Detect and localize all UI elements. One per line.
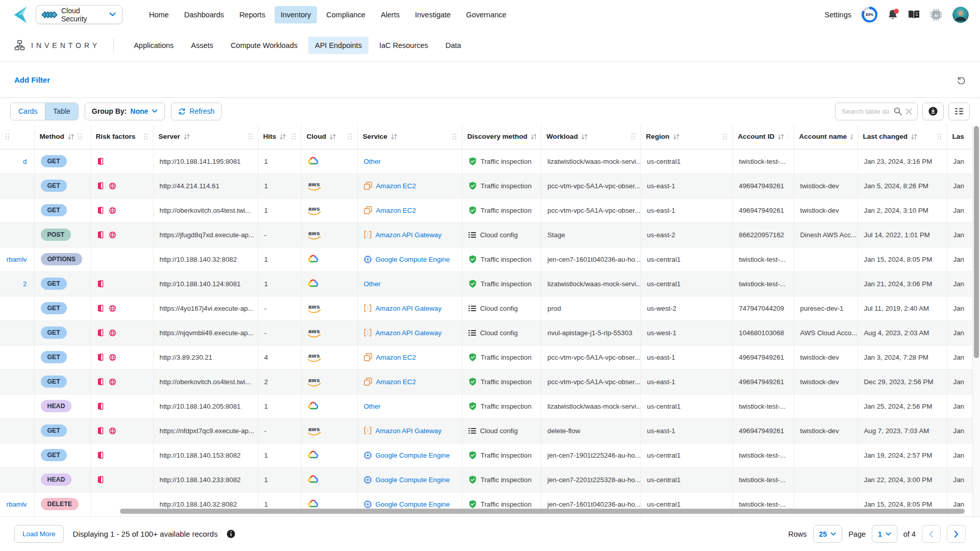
service-link[interactable]: Other [364, 403, 381, 410]
drag-handle-icon[interactable] [143, 133, 148, 140]
drag-handle-icon[interactable] [248, 133, 253, 140]
service-link[interactable]: Other [364, 158, 381, 165]
search-icon[interactable] [894, 107, 902, 115]
tab-compute-workloads[interactable]: Compute Workloads [224, 37, 304, 54]
table-row[interactable]: dGEThttp://10.188.141.195:80811OtherTraf… [0, 149, 972, 173]
table-row[interactable]: GEThttp://oberkovitch.os4test.twi...1aws… [0, 198, 972, 222]
rows-per-page-select[interactable]: 25 [813, 525, 843, 543]
endpoint-link[interactable]: rbamlv [7, 500, 27, 508]
drag-handle-icon[interactable] [348, 133, 352, 140]
reset-filters-icon[interactable] [957, 76, 966, 84]
service-link[interactable]: Amazon EC2 [376, 378, 416, 386]
service-link[interactable]: Amazon EC2 [376, 354, 416, 361]
service-link[interactable]: Amazon API Gateway [376, 305, 442, 312]
info-icon[interactable] [227, 530, 235, 538]
column-header-risk-factors[interactable]: Risk factors [90, 124, 153, 149]
previous-page-button[interactable] [922, 525, 941, 543]
settings-link[interactable]: Settings [825, 11, 851, 19]
column-header-endpoint[interactable] [0, 124, 34, 149]
column-header-server[interactable]: Server [153, 124, 258, 149]
nav-item-alerts[interactable]: Alerts [375, 6, 406, 23]
column-header-last-seen[interactable]: Las [947, 124, 972, 149]
column-settings-button[interactable] [948, 103, 970, 120]
table-row[interactable]: HEADhttp://10.188.140.205:80811OtherTraf… [0, 394, 972, 418]
service-link[interactable]: Amazon EC2 [376, 207, 416, 214]
drag-handle-icon[interactable] [631, 133, 635, 140]
service-link[interactable]: Amazon API Gateway [376, 427, 442, 435]
tab-applications[interactable]: Applications [127, 37, 180, 54]
column-header-workload[interactable]: Workload [541, 124, 641, 149]
user-avatar[interactable] [952, 7, 969, 23]
drag-handle-icon[interactable] [723, 133, 727, 140]
cards-view-button[interactable]: Cards [11, 103, 45, 120]
add-filter-link[interactable]: Add Filter [14, 76, 50, 84]
column-header-method[interactable]: Method [34, 124, 90, 149]
table-row[interactable]: POSThttps://jfugd8q7xd.execute-ap...-aws… [0, 222, 972, 247]
table-row[interactable]: HEADhttp://10.188.140.233:80821Google Co… [0, 467, 972, 492]
internet-exposed-icon [109, 231, 116, 239]
clear-search-icon[interactable] [905, 108, 912, 115]
drag-handle-icon[interactable] [78, 133, 82, 140]
nav-item-dashboards[interactable]: Dashboards [178, 6, 230, 23]
column-header-account-id[interactable]: Account ID [732, 124, 794, 149]
nav-item-compliance[interactable]: Compliance [320, 6, 372, 23]
group-by-dropdown[interactable]: Group By: None [85, 103, 165, 120]
column-header-cloud[interactable]: Cloud [301, 124, 357, 149]
nav-item-home[interactable]: Home [143, 6, 175, 23]
table-row[interactable]: GEThttps://njqvmbii49.execute-ap...-awsA… [0, 320, 972, 345]
vertical-scrollbar-thumb[interactable] [974, 126, 979, 358]
search-input[interactable] [841, 107, 890, 116]
table-row[interactable]: 2GEThttp://10.188.140.124:80811OtherTraf… [0, 271, 972, 296]
tab-data[interactable]: Data [439, 37, 468, 54]
drag-handle-icon[interactable] [291, 133, 296, 140]
service-link[interactable]: Other [364, 280, 381, 288]
table-row[interactable]: GEThttp://44.214.114.611awsAmazon EC2Tra… [0, 173, 972, 198]
tab-assets[interactable]: Assets [184, 37, 220, 54]
endpoint-link[interactable]: rbamlv [7, 256, 27, 263]
table-row[interactable]: GEThttp://3.89.230.214awsAmazon EC2Traff… [0, 345, 972, 369]
refresh-button[interactable]: Refresh [171, 103, 222, 120]
service-link[interactable]: Google Compute Engine [376, 256, 450, 263]
column-header-hits[interactable]: Hits [258, 124, 301, 149]
table-row[interactable]: GEThttp://10.188.140.153:80821Google Com… [0, 443, 972, 467]
nav-item-governance[interactable]: Governance [460, 6, 512, 23]
table-view-button[interactable]: Table [45, 103, 78, 120]
table-row[interactable]: rbamlvOPTIONShttp://10.188.140.32:80821G… [0, 247, 972, 271]
product-selector-dropdown[interactable]: Cloud Security [36, 5, 122, 24]
load-more-button[interactable]: Load More [14, 525, 64, 543]
nav-item-reports[interactable]: Reports [233, 6, 272, 23]
service-link[interactable]: Amazon API Gateway [376, 231, 442, 239]
download-button[interactable] [922, 103, 944, 120]
notifications-bell-icon[interactable] [888, 9, 898, 20]
drag-handle-icon[interactable] [452, 133, 457, 140]
drag-handle-icon[interactable] [788, 133, 788, 140]
table-row[interactable]: GEThttp://oberkovitch.os4test.twi...2aws… [0, 369, 972, 394]
tab-iac-resources[interactable]: IaC Resources [373, 37, 435, 54]
service-link[interactable]: Google Compute Engine [376, 452, 450, 459]
column-header-region[interactable]: Region [641, 124, 732, 149]
documentation-book-icon[interactable] [908, 10, 920, 19]
table-row[interactable]: GEThttps://nfdpxt7qc9.execute-ap...-awsA… [0, 418, 972, 443]
tab-api-endpoints[interactable]: API Endpoints [308, 37, 369, 54]
nav-item-investigate[interactable]: Investigate [409, 6, 457, 23]
drag-handle-icon[interactable] [937, 133, 942, 140]
endpoint-link[interactable]: 2 [23, 280, 27, 288]
horizontal-scrollbar-thumb[interactable] [120, 509, 965, 514]
ai-assistant-icon[interactable]: AI [930, 9, 942, 21]
service-link[interactable]: Amazon API Gateway [376, 329, 442, 337]
drag-handle-icon[interactable] [5, 133, 10, 140]
column-header-last-changed[interactable]: Last changed [857, 124, 947, 149]
column-header-discovery-method[interactable]: Discovery method [462, 124, 541, 149]
usage-meter[interactable]: 83% [862, 7, 877, 22]
nav-item-inventory[interactable]: Inventory [275, 6, 317, 23]
service-link[interactable]: Google Compute Engine [376, 476, 450, 484]
filter-bar: Add Filter [0, 62, 980, 98]
page-select[interactable]: 1 [872, 525, 897, 543]
service-link[interactable]: Amazon EC2 [376, 182, 416, 190]
service-link[interactable]: Google Compute Engine [376, 500, 450, 508]
next-page-button[interactable] [947, 525, 966, 543]
table-row[interactable]: GEThttps://4yo167j4vi.execute-ap...-awsA… [0, 296, 972, 320]
column-header-service[interactable]: Service [357, 124, 462, 149]
endpoint-link[interactable]: d [23, 158, 27, 165]
column-header-account-name[interactable]: Account name [794, 124, 857, 149]
